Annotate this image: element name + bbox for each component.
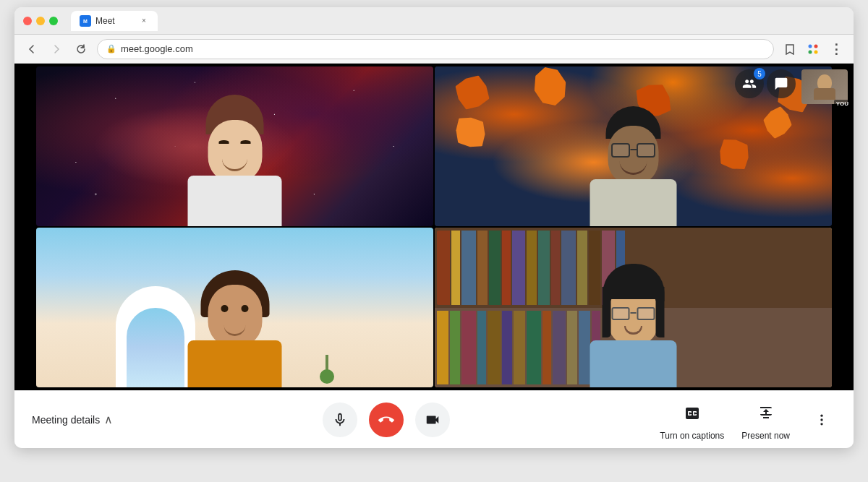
meet-bottom-bar: Meeting details ∧ [14,390,854,448]
captions-label: Turn on captions [660,431,724,441]
p1-eye-r [241,140,251,144]
address-bar-actions: ⋮ [781,40,845,58]
participant-count-badge: 5 [754,68,765,79]
self-preview-video: YOU [801,69,848,104]
p1-eye-l [219,140,229,144]
tab-bar: M Meet × [71,11,845,31]
p4-bridge [631,312,637,314]
captions-icon [678,399,707,428]
present-now-button[interactable]: Present now [741,399,790,441]
chat-button[interactable] [767,69,796,98]
video-cell-4 [435,228,832,387]
p3-face [208,285,262,346]
close-window-button[interactable] [23,17,32,25]
back-button[interactable] [23,40,41,58]
controls-center [113,403,660,437]
chevron-up-icon: ∧ [104,413,113,426]
tab-close-button[interactable]: × [139,16,149,26]
p2-glass-l [611,143,630,158]
present-label: Present now [741,431,790,441]
p4-bangs [608,283,659,299]
maximize-window-button[interactable] [49,17,58,25]
p3-art [36,228,433,387]
end-call-button[interactable] [369,403,404,437]
p2-glass-r [637,143,655,158]
p2-face [608,126,659,184]
url-text: meet.google.com [121,43,193,54]
p1-eyes [219,140,251,144]
p1-body [188,176,282,226]
p4-glasses [611,307,656,322]
p3-eyes [221,305,249,312]
svg-text:M: M [83,19,88,24]
p3-eye-r [242,305,249,312]
video-cell-3 [36,228,433,387]
video-grid [14,64,854,390]
bookmark-button[interactable] [781,40,799,58]
p4-face [608,287,659,345]
you-label-container: YOU [834,95,848,104]
p3-eye-l [221,305,229,312]
video-cell-1 [36,66,433,226]
present-icon [752,399,780,428]
traffic-lights [23,17,58,25]
controls-right: Turn on captions Present now [660,399,836,441]
url-bar[interactable]: 🔒 meet.google.com [97,39,774,59]
refresh-button[interactable] [72,40,90,58]
p4-hair-side-l [603,287,611,337]
you-label: YOU [834,100,848,104]
p3-smile [224,325,246,336]
tab-title: Meet [95,16,115,26]
svg-point-7 [820,418,822,421]
lock-icon: 🔒 [106,44,116,53]
google-apps-button[interactable] [804,40,822,58]
svg-point-4 [809,50,812,53]
p2-smile [620,160,647,175]
mic-button[interactable] [323,403,357,437]
svg-point-2 [809,44,812,48]
p4-glass-l [612,307,630,320]
p4-body [590,340,677,387]
svg-point-8 [820,423,822,425]
people-button[interactable]: 5 [735,69,764,98]
p4-hair-side-r [656,287,665,337]
self-preview: YOU [801,69,848,104]
svg-point-5 [814,50,818,53]
p2-body [590,179,677,226]
tab-favicon: M [80,15,91,27]
title-bar: M Meet × [14,7,854,35]
svg-point-6 [820,414,822,416]
forward-button[interactable] [48,40,65,58]
browser-window: M Meet × 🔒 meet.google.com [14,7,854,448]
meet-top-bar: 5 YOU [729,64,854,110]
p1-smile [222,158,247,171]
p3-body [188,340,282,387]
menu-button[interactable]: ⋮ [827,40,845,58]
p2-glasses [610,143,657,159]
meeting-details-button[interactable]: Meeting details ∧ [32,413,113,426]
more-options-button[interactable] [807,405,836,434]
p4-glass-r [637,307,655,320]
self-body [814,88,835,100]
p2-bridge [630,149,637,150]
p4-art [435,228,832,387]
meet-content: 5 YOU [14,64,854,390]
minimize-window-button[interactable] [36,17,45,25]
p4-mouth [624,326,642,335]
active-tab[interactable]: M Meet × [71,11,158,31]
meeting-details-label: Meeting details [32,414,100,426]
address-bar: 🔒 meet.google.com ⋮ [14,35,854,64]
p1-face [208,120,262,181]
p1-art [36,66,433,226]
captions-button[interactable]: Turn on captions [660,399,724,441]
camera-button[interactable] [415,403,450,437]
svg-point-3 [814,44,818,48]
self-person [814,74,835,100]
